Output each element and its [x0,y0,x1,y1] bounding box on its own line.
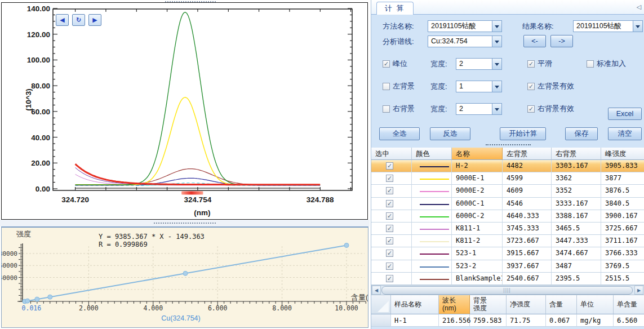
row-select-checkbox[interactable]: ✓ [386,200,393,207]
chart-splitter[interactable] [0,220,370,226]
left-bg-valid-checkbox[interactable]: ✓ [527,83,535,90]
y-axis-tick-label: 140.00 [27,5,50,13]
sample-column-header-2[interactable]: 波长 (nm) [439,295,470,314]
table-row[interactable]: ✓BlankSample12540.6672395.52515.5 [371,273,644,285]
row-select-checkbox[interactable]: ✓ [386,263,393,270]
chart-refresh-button[interactable]: ↻ [72,14,85,26]
sample-column-header-6[interactable]: 单位 [577,295,614,314]
sample-row-selector[interactable] [371,314,391,327]
row-select-checkbox[interactable]: ✓ [386,225,393,232]
column-header-6[interactable]: 峰强度 [601,148,644,160]
std-addition-checkbox[interactable] [587,60,594,68]
scrollbar-thumb[interactable] [381,286,633,295]
series-color-line [420,191,449,192]
table-row[interactable]: ✓6000C-24640.3333388.1673900.167 [371,210,644,223]
width-select-2[interactable]: 1 [456,81,502,92]
width-label-2: 宽度: [430,81,447,92]
smooth-checkbox[interactable]: ✓ [527,60,535,68]
peak-pos-checkbox[interactable]: ✓ [383,60,390,68]
left-bg-checkbox[interactable] [383,83,390,90]
row-peak-cell: 3769.5 [601,260,644,273]
row-rightbg-cell: 3352 [552,185,601,197]
row-select-checkbox[interactable]: ✓ [386,212,393,220]
clear-button[interactable]: 清空 [608,127,642,140]
row-leftbg-cell: 4482 [503,160,552,172]
column-header-5[interactable]: 右背景 [552,148,601,160]
row-name-cell: 523-2 [452,260,503,273]
row-select-cell: ✓ [371,172,412,185]
select-all-corner[interactable] [371,295,391,314]
peak-pos-label: 峰位 [393,59,407,69]
width-select-3[interactable]: 2 [456,103,502,115]
row-select-checkbox[interactable]: ✓ [386,250,393,257]
row-peak-cell: 3711.167 [601,235,644,247]
right-bg-valid-checkbox[interactable]: ✓ [527,105,535,113]
analysis-line-select[interactable]: Cu:324.754 [428,35,502,47]
cal-x-tick-label: 8.000 [272,304,292,312]
series-color-line [420,216,449,217]
chart-prev-button[interactable]: ◀ [56,14,69,26]
column-header-2[interactable]: 颜色 [412,148,452,160]
y-axis-tick-label: 20.00 [31,159,50,167]
chevron-down-icon[interactable] [492,104,501,114]
sample-table-row[interactable]: H-1216.556759.58371.750.067mg/kg6.560 [371,314,644,327]
calibration-point [35,297,39,301]
column-header-1[interactable]: 选中 [371,148,412,160]
sample-column-header-4[interactable]: 净强度 [507,295,546,314]
table-row[interactable]: ✓K811-13745.3333465.53725.667 [371,223,644,235]
chevron-down-icon[interactable] [492,21,501,32]
select-all-button[interactable]: 全选 [379,127,420,140]
row-name-cell: 9000E-2 [452,185,503,197]
chart-next-button[interactable]: ▶ [88,14,101,26]
chevron-down-icon[interactable] [492,36,501,47]
collapse-arrow-icon[interactable]: ◁ [637,3,641,11]
scroll-right-icon[interactable]: ▶ [634,286,643,295]
table-row[interactable]: ✓523-13915.6673474.6673766.333 [371,247,644,260]
scroll-left-icon[interactable]: ◀ [372,286,381,295]
table-row[interactable]: ✓9000E-2460933523876.5 [371,185,644,197]
excel-export-button[interactable]: Excel [608,108,642,120]
row-select-checkbox[interactable]: ✓ [386,175,393,182]
row-peak-cell: 3766.333 [601,247,644,260]
column-header-4[interactable]: 左背景 [503,148,552,160]
sample-column-header-3[interactable]: 背景 强度 [470,295,507,314]
column-header-3[interactable]: 名称 [452,148,503,160]
sample-column-header-5[interactable]: 含量 [546,295,577,314]
row-select-checkbox[interactable]: ✓ [386,275,393,282]
series-color-line [420,279,449,280]
row-color-cell [412,247,452,260]
check-icon: ✓ [387,175,392,181]
calibration-point [183,271,188,275]
table-row[interactable]: ✓523-23937.66734873769.5 [371,260,644,273]
splitter-grip-icon[interactable] [165,1,216,3]
invert-selection-button[interactable]: 反选 [430,127,470,140]
left-bg-valid-label: 左背景有效 [538,81,574,91]
table-row[interactable]: ✓6000C-145463333.1673840.5 [371,198,644,210]
panel-splitter[interactable] [371,142,644,148]
start-calc-button[interactable]: 开始计算 [500,127,546,140]
sample-column-header-7[interactable]: 单含量 [614,295,644,314]
right-bg-checkbox[interactable] [383,105,390,113]
chevron-down-icon[interactable] [492,59,501,69]
row-peak-cell: 3877 [601,172,644,185]
chevron-down-icon[interactable] [492,81,501,92]
row-select-checkbox[interactable]: ✓ [386,187,393,194]
method-name-select[interactable]: 20191105钴酸 [428,20,502,32]
analysis-line-value: Cu:324.754 [428,36,492,47]
result-name-select[interactable]: 20191105钴酸 [573,20,643,32]
row-select-checkbox[interactable]: ✓ [386,237,393,244]
table-row[interactable]: ✓K811-23723.6673447.3333711.167 [371,235,644,247]
save-button[interactable]: 保存 [565,127,598,140]
sample-name-cell: H-1 [391,314,439,327]
row-select-checkbox[interactable]: ✓ [386,162,393,170]
calibration-r-value: R = 0.999869 [99,241,148,248]
chevron-down-icon[interactable] [633,21,642,32]
sample-column-header-1[interactable]: 样品名称 [391,295,439,314]
width-select-1[interactable]: 2 [456,58,502,70]
next-line-button[interactable]: -> [550,35,573,47]
tab-calculate[interactable]: 计 算 [376,2,414,15]
table-row[interactable]: ✓9000E-1459933623877 [371,172,644,185]
table-row[interactable]: ✓H-244823303.1673905.833 [371,160,644,172]
prev-line-button[interactable]: <- [523,35,546,47]
results-hscrollbar[interactable]: ◀ ▶ [371,285,644,295]
